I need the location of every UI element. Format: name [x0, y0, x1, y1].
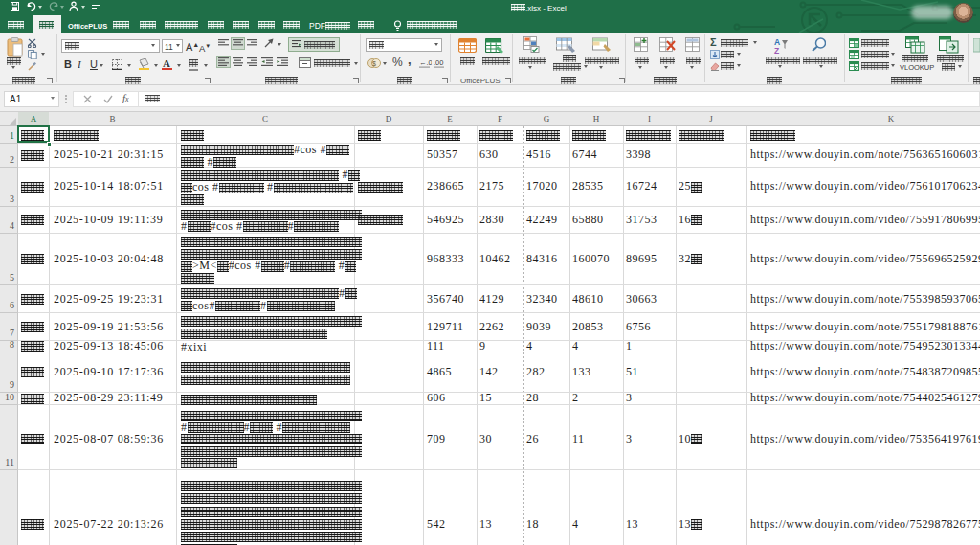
svg-text:$: $	[372, 60, 376, 67]
svg-text:.00: .00	[434, 58, 443, 67]
svg-text:Z: Z	[774, 46, 779, 55]
svg-text:←.0: ←.0	[419, 58, 432, 67]
